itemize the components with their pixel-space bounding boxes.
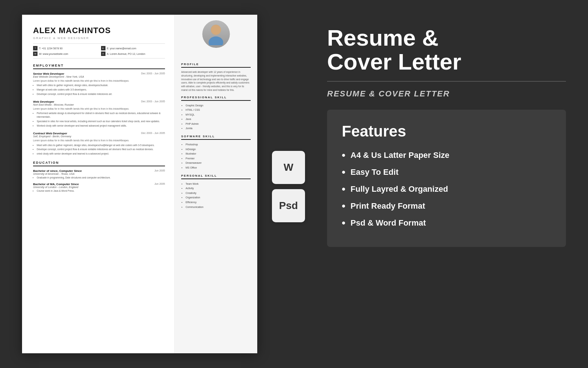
skill-item: Efficiency	[186, 200, 251, 205]
job-date-3: Dec 2003 - Jun 2005	[141, 132, 165, 134]
resume-right-col: PROFILE Advanced web developer with 12 y…	[175, 15, 257, 353]
personal-skill-title: PERSONAL SKILL	[181, 174, 251, 179]
contact-phone: T T: +01 1234 5678 90	[33, 46, 97, 50]
main-title-line2: Cover Letter	[327, 50, 566, 74]
job-desc-1: Lorem ipsum dollas for in this naledfh l…	[33, 79, 165, 82]
edu-bullet: Graduate in programming, Date strcutures…	[37, 176, 165, 179]
bullet: Meet with cites to gather regiment, desi…	[37, 144, 165, 147]
job-entry-1: Dec 2003 - Jun 2005 Senior Web Developer…	[33, 72, 165, 96]
feature-item-3: Fully Layred & Organized	[342, 183, 551, 195]
job-bullets-3: Meet with cites to gather regiment, desi…	[37, 144, 165, 156]
skill-item: Jomla	[186, 126, 251, 131]
bullet: Specialed in sites for new local artists…	[37, 120, 165, 123]
personal-skill-list: Team Work Activity Creativity Organizati…	[186, 182, 251, 210]
job-desc-2: Lorem ipsum dollas for in this naledfh l…	[33, 107, 165, 110]
education-section-title: EDUCATION	[33, 161, 165, 166]
bullet: Performed website design & development f…	[37, 112, 165, 119]
subtitle-label: RESUME & COVER LETTER	[327, 89, 566, 99]
bullet: oried closly with senior developer and l…	[37, 152, 165, 156]
bullet: Meet with clites to gather regiment, des…	[37, 84, 165, 87]
edu-entry-2: Jun 2005 Bachelor of MA, Computer Since …	[33, 183, 165, 192]
job-entry-2: Dec 2003 - Jun 2005 Web Developer Nort E…	[33, 100, 165, 127]
skill-item: InDesign	[186, 147, 251, 152]
svg-point-1	[209, 36, 223, 45]
features-list: A4 & Us Latter Paper Size Easy To Edit F…	[342, 149, 551, 229]
skill-item: HTML / CSS	[186, 108, 251, 113]
soft-skill-title: SOFWARE SKILL	[181, 135, 251, 140]
prof-skill-title: PROFESSIONAL SKILL	[181, 96, 251, 101]
edu-bullet: Course work in Java & Word Press.	[37, 190, 165, 192]
phone-icon: T	[33, 46, 37, 50]
resume-preview: ALEX MACHINTOS GRAPHIC & WEB DESIGNER T …	[22, 15, 257, 353]
feature-item-1: A4 & Us Latter Paper Size	[342, 149, 551, 161]
profile-section-title: PROFILE	[181, 63, 251, 68]
skill-item: Organization	[186, 195, 251, 200]
psd-badge: Psd	[272, 189, 305, 222]
edu-bullets-2: Course work in Java & Word Press.	[37, 190, 165, 192]
software-skill-list: Photoshop InDesign Illustrator Premier D…	[186, 142, 251, 170]
skill-item: Team Work	[186, 182, 251, 187]
skill-item: MYSQL	[186, 113, 251, 117]
feature-item-5: Psd & Word Format	[342, 217, 551, 229]
badges-container: W Psd	[272, 151, 305, 222]
page-wrapper: ALEX MACHINTOS GRAPHIC & WEB DESIGNER T …	[15, 7, 573, 361]
divider	[327, 81, 566, 82]
skill-item: Activity	[186, 186, 251, 191]
skill-item: MS Office	[186, 166, 251, 170]
bullet: Develope concept, control project flow &…	[37, 92, 165, 96]
edu-school-2: University of London - London, England	[33, 186, 165, 188]
professional-skill-list: Graphic Design HTML / CSS MYSQL Java PHP…	[186, 103, 251, 131]
skill-item: Photoshop	[186, 142, 251, 147]
job-bullets-1: Meet with clites to gather regiment, des…	[37, 84, 165, 96]
contact-email: E E: your.name@email.com	[101, 46, 165, 50]
job-company-1: East Website Development - New York, USA	[33, 75, 165, 78]
feature-item-2: Easy To Edit	[342, 166, 551, 178]
bullet: Develope concept, control project flow &…	[37, 148, 165, 151]
employment-section-title: EMPLOYMENT	[33, 64, 165, 69]
edu-entry-1: Jun 2005 Bachelor of since, Computer Sin…	[33, 169, 165, 179]
word-badge: W	[272, 151, 305, 184]
info-panel: Resume & Cover Letter RESUME & COVER LET…	[320, 15, 566, 247]
address-icon: A	[101, 52, 105, 56]
features-heading: Features	[342, 123, 551, 140]
resume-contact: T T: +01 1234 5678 90 E E: your.name@ema…	[33, 43, 165, 59]
photo-wrapper	[202, 20, 230, 48]
skill-item: Illustrator	[186, 152, 251, 156]
contact-address: A A: Lorem Avenue, PO 12, London	[101, 52, 165, 56]
edu-bullets-1: Graduate in programming, Date strcutures…	[37, 176, 165, 179]
website-icon: W	[33, 52, 37, 56]
bullet: Manger at web site coders with 3-5 devel…	[37, 88, 165, 92]
resume-job-title: GRAPHIC & WEB DESIGNER	[33, 36, 165, 40]
job-desc-3: Lorem ipsum dollas for in this naledfh l…	[33, 139, 165, 142]
edu-degree-2: Bachelor of MA, Computer Since	[33, 183, 165, 186]
job-company-3: Self, Employed - Berlin, Germany	[33, 135, 165, 138]
profile-photo	[202, 20, 230, 48]
email-icon: E	[101, 46, 105, 50]
resume-name: ALEX MACHINTOS	[33, 26, 165, 35]
edu-school-1: University of American - Texas, USA	[33, 173, 165, 175]
job-bullets-2: Performed website design & development f…	[37, 112, 165, 127]
skill-item: Java	[186, 117, 251, 122]
feature-item-4: Print Ready Format	[342, 200, 551, 212]
edu-date-2: Jun 2005	[154, 183, 165, 185]
person-silhouette	[207, 23, 225, 45]
skill-item: PHP Admin	[186, 122, 251, 127]
svg-point-2	[211, 25, 221, 35]
job-entry-3: Dec 2003 - Jun 2005 Contract Web Develop…	[33, 132, 165, 155]
contact-website: W W: www.yourwebsite.com	[33, 52, 97, 56]
bullet: Worked closly with senior developer and …	[37, 124, 165, 128]
skill-item: Creativity	[186, 191, 251, 196]
profile-text: Advanced web developer with 12 years of …	[181, 70, 251, 92]
job-date-2: Dec 2003 - Jun 2005	[141, 100, 165, 103]
main-title: Resume & Cover Letter	[327, 26, 566, 74]
skill-item: Graphic Design	[186, 103, 251, 108]
features-box: Features A4 & Us Latter Paper Size Easy …	[327, 110, 566, 247]
resume-header: ALEX MACHINTOS GRAPHIC & WEB DESIGNER	[33, 26, 165, 40]
job-company-2: Nort East Media - Moscow, Russian	[33, 103, 165, 106]
main-title-line1: Resume &	[327, 26, 566, 50]
skill-item: Dreamweaver	[186, 161, 251, 166]
job-date-1: Dec 2003 - Jun 2005	[141, 72, 165, 75]
edu-degree-1: Bachelor of since, Computer Since	[33, 169, 165, 173]
skill-item: Premier	[186, 156, 251, 161]
skill-item: Communication	[186, 205, 251, 210]
